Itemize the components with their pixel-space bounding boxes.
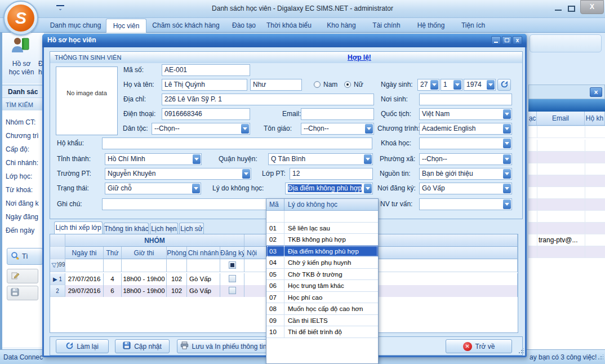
chevron-down-icon[interactable] [503,169,511,179]
popup-row[interactable]: 08Muốn học cấp độ cao hơn [266,303,378,315]
minimize-icon[interactable] [491,36,501,45]
popup-row[interactable]: 10Thi để biết trình độ [266,326,378,338]
band-nhom[interactable]: NHÓM [65,234,244,247]
redo-button[interactable]: Làm lại [56,339,109,353]
nv-tu-van-combo[interactable] [419,198,512,210]
popup-column-code[interactable]: Mã [266,199,284,210]
column-email[interactable]: Email [537,112,585,125]
chevron-down-icon[interactable] [487,80,495,90]
resize-grip[interactable] [598,354,603,360]
ho-khau-field[interactable] [102,137,372,149]
search-button[interactable]: Tì [7,248,43,265]
phuong-xa-combo[interactable]: --Chọn-- [419,153,512,165]
column-lien-lac[interactable]: ạc [528,112,537,125]
chevron-down-icon[interactable] [364,154,372,164]
table-row[interactable] [528,199,605,211]
menu-danh-muc-chung[interactable]: Danh mục chung [48,18,103,33]
tab-lich-su[interactable]: Lịch sử [179,223,204,235]
chevron-down-icon[interactable] [365,124,373,134]
filter-row[interactable] [528,126,605,138]
popup-row[interactable]: 09Cần thi IELTS [266,315,378,327]
tab-lich-thi-xep-lop[interactable]: Lịch thi xếp lớp [54,221,103,234]
dia-chi-field[interactable]: 226 Lê Văn Sỹ P. 1 [162,94,374,105]
toolbar-button2-fragment2[interactable]: h [38,68,42,76]
menu-he-thong[interactable]: Hệ thống [413,18,448,33]
chevron-down-icon[interactable] [503,184,511,193]
ton-giao-combo[interactable]: --Chọn-- [301,123,374,135]
noi-sinh-field[interactable] [419,94,512,105]
table-row[interactable] [528,140,605,152]
ma-so-field[interactable]: AE-001 [162,64,250,76]
table-row[interactable] [528,223,605,234]
popup-row-selected[interactable]: 03Địa điểm không phù hợp [266,246,378,258]
chevron-down-icon[interactable] [503,199,511,209]
birth-day-combo[interactable]: 27 [417,79,439,91]
table-row[interactable] [528,187,605,199]
chuong-trinh-combo[interactable]: Academic English [419,123,512,135]
menu-cham-soc-khach-hang[interactable]: Chăm sóc khách hàng [151,18,221,33]
column-chi-nhanh[interactable]: Chi nhánh [187,247,220,259]
table-row[interactable] [528,175,605,187]
ho-field[interactable]: Lê Thị Quỳnh [162,79,247,91]
popup-row[interactable]: 01Sẽ liên lạc sau [266,223,378,234]
chevron-down-icon[interactable] [430,80,438,90]
quick-access-chevron-icon[interactable]: ⌄ [56,5,64,11]
filter-cell[interactable] [187,259,220,272]
chevron-down-icon[interactable] [242,169,250,179]
chevron-down-icon[interactable] [503,109,511,119]
lop-pt-field[interactable]: 12 [290,168,373,180]
tab-danh-sach[interactable]: Danh sác [2,85,44,98]
popup-column-reason[interactable]: Lý do không học [284,199,378,210]
student-profile-icon[interactable] [10,35,32,60]
chevron-down-icon[interactable] [192,184,200,193]
back-button[interactable]: ✕ Trở về [446,339,512,353]
menu-tai-chinh[interactable]: Tài chính [370,18,403,33]
khoa-hoc-combo[interactable] [419,137,512,149]
tinh-thanh-combo[interactable]: Hồ Chí Minh [105,153,202,165]
truong-pt-combo[interactable]: Nguyễn Khuyên [105,168,251,180]
tab-thong-tin-khac[interactable]: Thông tin khác [104,223,149,235]
menu-thoi-khoa-bieu[interactable]: Thời khóa biểu [265,18,313,33]
filter-cell-dang-ky[interactable] [220,259,244,272]
menu-hoc-vien[interactable]: Học viên [106,19,146,33]
register-checkbox[interactable] [229,287,236,294]
valid-link[interactable]: Hợp lệ! [348,54,371,61]
nguon-tin-combo[interactable]: Bạn bè giới thiệu [419,168,512,180]
filter-cell[interactable] [122,259,167,272]
filter-cell[interactable] [65,259,104,272]
email-field[interactable] [301,108,374,120]
popup-row-empty[interactable] [266,211,378,223]
column-gio-thi[interactable]: Giờ thi [122,247,167,259]
ten-field[interactable]: Như [250,79,302,91]
popup-row[interactable]: 05Chờ TKB ở trường [266,269,378,281]
popup-row[interactable]: 06Học trung tâm khác [266,280,378,292]
radio-nam[interactable] [314,81,321,88]
popup-row[interactable]: 02TKB không phù hợp [266,234,378,246]
update-button[interactable]: Cập nhật [115,339,170,353]
minimize-icon[interactable] [553,4,563,11]
close-icon[interactable]: X [580,0,604,14]
maximize-icon[interactable] [567,4,577,12]
toolbar-button-label-line1[interactable]: Hồ sơ [3,60,39,68]
radio-nu[interactable] [344,81,351,88]
filter-cell[interactable] [104,259,122,272]
close-icon[interactable]: × [590,87,602,97]
chevron-down-icon[interactable] [503,139,511,148]
quan-huyen-combo[interactable]: Q Tân Bình [268,153,373,165]
tab-lich-hen[interactable]: Lịch hẹn [150,223,178,235]
register-checkbox[interactable] [229,275,236,282]
table-row[interactable] [528,246,605,258]
maximize-icon[interactable] [502,36,511,45]
filter-checkbox[interactable] [229,261,236,269]
table-row[interactable] [528,163,605,175]
dan-toc-combo[interactable]: --Chọn-- [152,123,250,135]
menu-kho-hang[interactable]: Kho hàng [323,18,359,33]
dialog-titlebar[interactable]: Hồ sơ học viên x [42,34,527,47]
chevron-down-icon[interactable] [503,154,511,164]
refresh-age-button[interactable] [497,79,511,91]
column-ho-khau[interactable]: Hộ kh [585,112,605,125]
ly-do-combo[interactable]: Địa điểm không phù hợp [285,183,373,194]
column-thu[interactable]: Thứ [104,247,122,259]
menu-dao-tao[interactable]: Đào tạo [228,18,260,33]
table-row[interactable] [528,152,605,163]
